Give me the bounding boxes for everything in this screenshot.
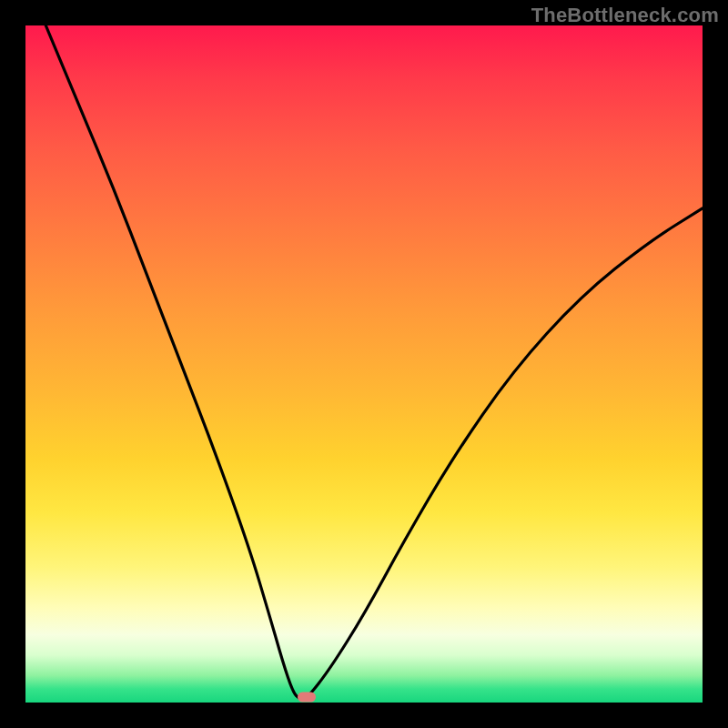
chart-frame [25, 25, 703, 703]
watermark-text: TheBottleneck.com [531, 4, 719, 27]
plot-area [25, 25, 703, 703]
bottleneck-curve-path [46, 25, 703, 699]
minimum-marker [298, 693, 316, 703]
curve-svg [25, 25, 703, 703]
